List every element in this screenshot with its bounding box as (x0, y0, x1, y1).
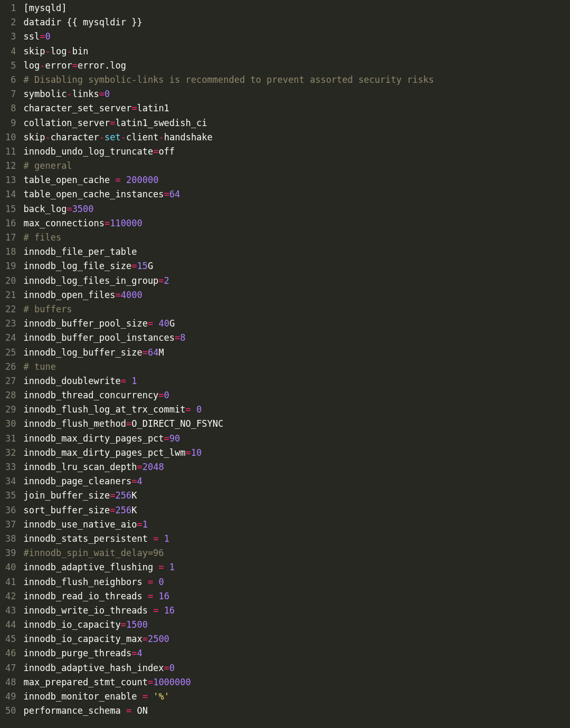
token-default: character_set_server (23, 103, 131, 113)
token-default: innodb_io_capacity_max (23, 634, 142, 644)
token-op: = (158, 275, 164, 286)
token-op: = (186, 404, 191, 415)
line-number: 50 (5, 704, 16, 718)
code-line[interactable]: innodb_page_cleaners=4 (23, 474, 570, 488)
token-default: innodb_io_capacity (23, 619, 120, 630)
code-line[interactable]: # files (23, 231, 570, 245)
token-op: = (153, 533, 158, 544)
code-line[interactable]: innodb_adaptive_flushing = 1 (23, 560, 570, 574)
line-number: 32 (5, 446, 16, 460)
token-default (148, 691, 153, 702)
line-number: 31 (5, 432, 16, 446)
code-line[interactable]: innodb_flush_method=O_DIRECT_NO_FSYNC (23, 417, 570, 431)
code-line[interactable]: ssl=0 (23, 30, 570, 44)
token-num: 256 (116, 490, 132, 501)
code-line[interactable]: innodb_file_per_table (23, 245, 570, 259)
line-number: 12 (5, 159, 16, 173)
code-line[interactable]: innodb_adaptive_hash_index=0 (23, 661, 570, 675)
token-op: = (164, 433, 169, 444)
token-comment: #innodb_spin_wait_delay=96 (23, 548, 164, 558)
code-line[interactable]: innodb_lru_scan_depth=2048 (23, 460, 570, 474)
line-number: 7 (5, 87, 16, 101)
code-line[interactable]: innodb_io_capacity=1500 (23, 618, 570, 632)
code-area[interactable]: [mysqld]datadir {{ mysqldir }}ssl=0skip-… (23, 1, 570, 718)
token-op: = (158, 562, 164, 572)
code-line[interactable]: innodb_log_files_in_group=2 (23, 274, 570, 288)
code-line[interactable]: sort_buffer_size=256K (23, 503, 570, 518)
code-line[interactable]: innodb_log_file_size=15G (23, 259, 570, 273)
code-line[interactable]: innodb_thread_concurrency=0 (23, 388, 570, 403)
line-number: 21 (5, 288, 16, 302)
code-line[interactable]: innodb_log_buffer_size=64M (23, 346, 570, 360)
code-line[interactable]: back_log=3500 (23, 202, 570, 216)
code-line[interactable]: innodb_max_dirty_pages_pct=90 (23, 432, 570, 446)
token-default: innodb_use_native_aio (23, 519, 137, 530)
code-line[interactable]: #innodb_spin_wait_delay=96 (23, 546, 570, 560)
code-line[interactable]: innodb_buffer_pool_instances=8 (23, 331, 570, 345)
token-op: = (142, 634, 148, 644)
token-default: ssl (23, 31, 40, 42)
code-line[interactable]: performance_schema = ON (23, 704, 570, 718)
code-line[interactable]: skip-character-set-client-handshake (23, 130, 570, 145)
code-line[interactable]: skip-log-bin (23, 44, 570, 59)
code-line[interactable]: innodb_undo_log_truncate=off (23, 145, 570, 159)
code-editor[interactable]: 1234567891011121314151617181920212223242… (0, 0, 570, 718)
code-line[interactable]: innodb_buffer_pool_size= 40G (23, 317, 570, 331)
token-str: '%' (153, 691, 169, 702)
token-op: = (148, 677, 153, 687)
code-line[interactable]: innodb_doublewrite= 1 (23, 374, 570, 388)
line-number: 36 (5, 503, 16, 518)
code-line[interactable]: max_connections=110000 (23, 216, 570, 231)
code-line[interactable]: innodb_stats_persistent = 1 (23, 532, 570, 546)
code-line[interactable]: innodb_flush_log_at_trx_commit= 0 (23, 403, 570, 417)
token-op: = (40, 31, 45, 42)
line-number: 49 (5, 689, 16, 704)
code-line[interactable]: # tune (23, 360, 570, 374)
code-line[interactable]: innodb_open_files=4000 (23, 288, 570, 302)
code-line[interactable]: table_open_cache_instances=64 (23, 187, 570, 202)
line-number: 37 (5, 518, 16, 532)
code-line[interactable]: innodb_use_native_aio=1 (23, 518, 570, 532)
token-num: 1 (131, 376, 137, 386)
code-line[interactable]: symbolic-links=0 (23, 87, 570, 101)
token-num: 0 (164, 390, 169, 400)
token-op: = (142, 691, 148, 702)
token-default: max_connections (23, 218, 104, 228)
line-number: 39 (5, 546, 16, 560)
code-line[interactable]: datadir {{ mysqldir }} (23, 15, 570, 30)
token-op: = (148, 577, 153, 587)
token-num: 64 (148, 347, 158, 358)
code-line[interactable]: max_prepared_stmt_count=1000000 (23, 675, 570, 689)
code-line[interactable]: # buffers (23, 302, 570, 317)
code-line[interactable]: table_open_cache = 200000 (23, 173, 570, 187)
code-line[interactable]: # general (23, 159, 570, 173)
token-default: client (126, 132, 158, 142)
token-default: off (158, 146, 175, 157)
token-default: innodb_log_buffer_size (23, 347, 142, 358)
code-line[interactable]: character_set_server=latin1 (23, 101, 570, 116)
token-op: = (104, 218, 110, 228)
code-line[interactable]: innodb_purge_threads=4 (23, 646, 570, 660)
code-line[interactable]: innodb_io_capacity_max=2500 (23, 632, 570, 646)
code-line[interactable]: innodb_read_io_threads = 16 (23, 589, 570, 604)
code-line[interactable]: innodb_write_io_threads = 16 (23, 604, 570, 618)
code-line[interactable]: innodb_monitor_enable = '%' (23, 689, 570, 704)
token-num: 2 (164, 275, 169, 286)
code-line[interactable]: join_buffer_size=256K (23, 488, 570, 503)
token-default: skip (23, 46, 45, 56)
code-line[interactable]: # Disabling symbolic-links is recommende… (23, 73, 570, 87)
code-line[interactable]: innodb_flush_neighbors = 0 (23, 575, 570, 589)
token-default (191, 404, 196, 415)
code-line[interactable]: collation_server=latin1_swedish_ci (23, 116, 570, 130)
token-op: = (99, 89, 104, 99)
token-default: character (51, 132, 99, 142)
code-line[interactable]: innodb_max_dirty_pages_pct_lwm=10 (23, 446, 570, 460)
code-line[interactable]: [mysqld] (23, 1, 570, 15)
token-op: = (186, 447, 191, 458)
token-op: = (175, 332, 180, 343)
line-number: 47 (5, 661, 16, 675)
line-number: 19 (5, 259, 16, 273)
code-line[interactable]: log-error=error.log (23, 59, 570, 73)
token-default: innodb_purge_threads (23, 648, 131, 658)
token-default: innodb_read_io_threads (23, 591, 147, 601)
